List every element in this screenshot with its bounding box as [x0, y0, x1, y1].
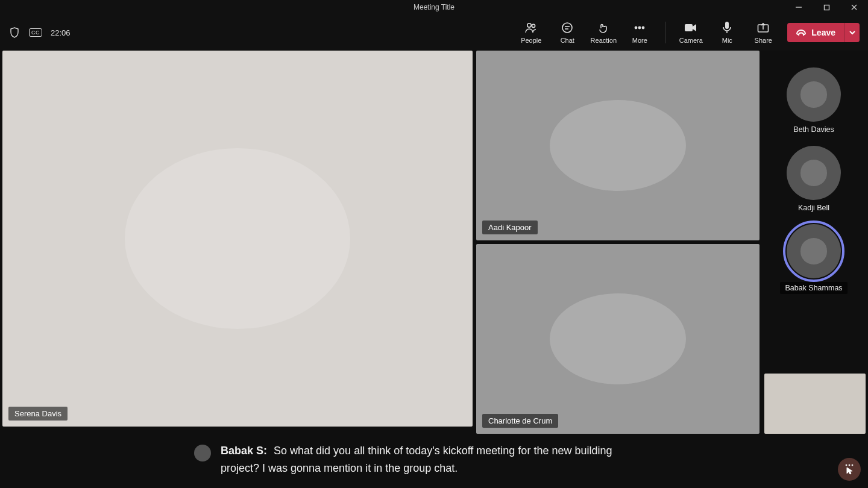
svg-rect-13 [725, 22, 729, 29]
rail-participant[interactable]: Babak Shammas [780, 224, 847, 294]
svg-point-10 [639, 27, 641, 28]
participant-tile-top[interactable]: Aadi Kapoor [476, 51, 760, 240]
mic-label: Mic [722, 37, 732, 44]
participant-tile-main[interactable]: Serena Davis [2, 51, 473, 427]
minimize-icon [795, 4, 802, 11]
video-placeholder [550, 100, 686, 191]
captions-bar: Babak S: So what did you all think of to… [0, 434, 868, 488]
svg-point-6 [562, 23, 572, 33]
leave-button[interactable]: Leave [787, 23, 844, 42]
camera-icon [684, 21, 697, 34]
hangup-icon [796, 28, 807, 37]
caption-text: So what did you all think of today's kic… [221, 445, 612, 474]
share-button[interactable]: Share [746, 19, 780, 46]
toolbar-left: CC 22:06 [8, 27, 71, 39]
toolbar-divider [665, 22, 665, 43]
chat-button[interactable]: Chat [550, 19, 584, 46]
caption-avatar [194, 445, 211, 461]
video-stage: Serena Davis Aadi Kapoor Charlotte de Cr… [0, 51, 868, 434]
title-bar: Meeting Title [0, 0, 868, 14]
cursor-icon [844, 464, 855, 475]
meeting-toolbar: CC 22:06 People Chat Reaction More [0, 14, 868, 51]
svg-rect-12 [685, 24, 693, 31]
participant-name: Aadi Kapoor [482, 221, 538, 234]
close-icon [851, 4, 858, 11]
video-placeholder [125, 148, 350, 329]
leave-label: Leave [811, 28, 835, 37]
people-button[interactable]: People [514, 19, 548, 46]
mic-icon [722, 21, 732, 34]
rail-name: Babak Shammas [780, 282, 847, 294]
camera-label: Camera [679, 37, 703, 44]
caption-speaker: Babak S: [221, 445, 267, 457]
elapsed-time: 22:06 [51, 28, 71, 37]
self-view[interactable] [764, 374, 866, 434]
svg-point-4 [527, 23, 531, 27]
reaction-button[interactable]: Reaction [587, 19, 620, 46]
mic-button[interactable]: Mic [710, 19, 744, 46]
rail-name: Kadji Bell [798, 204, 829, 212]
chat-label: Chat [561, 37, 574, 44]
camera-button[interactable]: Camera [674, 19, 708, 46]
chevron-down-icon [849, 29, 856, 36]
svg-point-11 [643, 27, 644, 28]
avatar [787, 67, 841, 122]
more-icon [634, 21, 646, 34]
reaction-label: Reaction [591, 37, 617, 44]
svg-point-5 [532, 24, 535, 27]
maximize-button[interactable] [813, 0, 840, 14]
toolbar-actions: People Chat Reaction More Camera [514, 19, 860, 46]
window-controls [785, 0, 868, 14]
maximize-icon [823, 4, 830, 11]
avatar [787, 224, 841, 278]
svg-point-9 [635, 27, 637, 28]
share-icon [757, 21, 769, 34]
participant-name: Charlotte de Crum [482, 414, 558, 428]
captions-toggle[interactable]: CC [29, 28, 42, 37]
chat-icon [561, 21, 573, 34]
participant-name: Serena Davis [8, 407, 68, 421]
rail-name: Beth Davies [793, 125, 834, 134]
reaction-icon [597, 21, 609, 34]
svg-point-17 [849, 465, 850, 466]
avatar [787, 146, 841, 200]
shield-icon [8, 27, 20, 39]
leave-group: Leave [787, 23, 860, 42]
svg-point-16 [846, 465, 847, 466]
minimize-button[interactable] [785, 0, 813, 14]
window-title: Meeting Title [414, 3, 454, 11]
people-icon [524, 21, 538, 34]
participant-tile-bottom[interactable]: Charlotte de Crum [476, 244, 760, 434]
more-button[interactable]: More [623, 19, 656, 46]
leave-options-button[interactable] [844, 23, 860, 42]
share-label: Share [755, 37, 772, 44]
rail-participant[interactable]: Beth Davies [787, 67, 841, 134]
rail-participant[interactable]: Kadji Bell [787, 146, 841, 212]
caption-text-block: Babak S: So what did you all think of to… [221, 442, 643, 477]
video-placeholder [550, 293, 686, 384]
more-label: More [632, 37, 647, 44]
close-button[interactable] [840, 0, 868, 14]
people-label: People [521, 37, 541, 44]
tutorial-cursor-indicator [838, 458, 861, 481]
svg-point-18 [852, 465, 853, 466]
participant-column: Aadi Kapoor Charlotte de Crum [476, 51, 760, 434]
svg-rect-1 [824, 5, 829, 10]
